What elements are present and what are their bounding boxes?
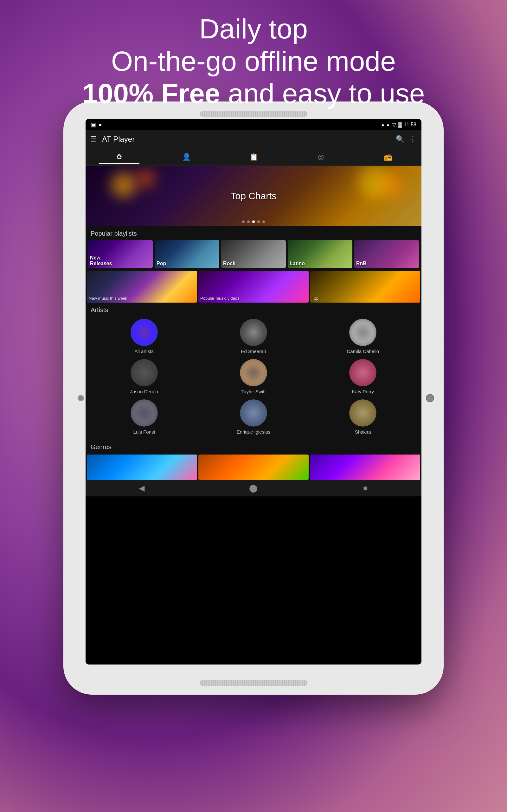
tab-broadcast[interactable]: 📻 bbox=[354, 150, 421, 164]
artist-katy-perry[interactable]: Katy Perry bbox=[311, 359, 415, 394]
playlist-latino-label: Latino bbox=[290, 261, 305, 266]
dot-3[interactable] bbox=[252, 220, 255, 223]
tab-artists[interactable]: 👤 bbox=[153, 150, 220, 164]
video-top[interactable]: Top bbox=[310, 271, 420, 303]
artist-camila-avatar bbox=[349, 319, 377, 346]
artist-taylor-avatar bbox=[240, 359, 267, 386]
tab-artists-icon: 👤 bbox=[182, 153, 191, 161]
tab-playlists[interactable]: 📋 bbox=[220, 150, 287, 164]
signal-bars-icon: ▲▲ bbox=[381, 122, 391, 128]
artist-katy-avatar bbox=[349, 359, 377, 386]
time-display: 11:58 bbox=[404, 122, 416, 128]
artist-jason-name: Jason Derulo bbox=[130, 389, 158, 394]
artist-enrique-avatar bbox=[240, 399, 267, 426]
home-button[interactable]: ⬤ bbox=[244, 484, 263, 493]
wifi-icon: ▽ bbox=[392, 122, 396, 128]
tab-playlists-icon: 📋 bbox=[249, 153, 258, 161]
app-bar-actions: 🔍 ⋮ bbox=[396, 135, 416, 143]
artist-shakira-avatar bbox=[349, 399, 377, 426]
tablet-device: ▣ ● ▲▲ ▽ ▓ 11:58 ☰ AT Player 🔍 ⋮ ♻ bbox=[63, 101, 444, 695]
hero-line3-normal: and easy to use bbox=[228, 78, 425, 109]
popular-playlists-label: Popular playlists bbox=[86, 226, 421, 240]
genre-card-3[interactable] bbox=[310, 455, 420, 480]
artist-all-artists-avatar bbox=[130, 319, 158, 346]
artist-jason-derulo[interactable]: Jason Derulo bbox=[92, 359, 196, 394]
dot-4[interactable] bbox=[257, 220, 260, 223]
status-bar: ▣ ● ▲▲ ▽ ▓ 11:58 bbox=[86, 119, 421, 131]
artist-katy-avatar-bg bbox=[349, 359, 377, 386]
top-charts-banner[interactable]: Top Charts bbox=[86, 166, 421, 226]
artist-camila-cabello[interactable]: Camila Cabello bbox=[311, 319, 415, 354]
artist-camila-avatar-bg bbox=[349, 319, 377, 346]
tab-bar: ♻ 👤 📋 ◎ 📻 bbox=[86, 148, 421, 166]
playlist-rock-label: Rock bbox=[223, 261, 235, 266]
playlists-row: NewReleases Pop Rock Latino RnB bbox=[86, 240, 421, 271]
app-title: AT Player bbox=[102, 135, 391, 144]
playlist-rnb[interactable]: RnB bbox=[354, 240, 419, 268]
speaker-bottom bbox=[200, 680, 307, 686]
artist-ed-sheeran[interactable]: Ed Sheeran bbox=[201, 319, 305, 354]
notification-icon: ▣ bbox=[91, 121, 96, 128]
artist-enrique-avatar-bg bbox=[240, 399, 267, 426]
artist-ed-sheeran-name: Ed Sheeran bbox=[241, 349, 266, 354]
artist-taylor-swift[interactable]: Taylor Swift bbox=[201, 359, 305, 394]
video-top-label: Top bbox=[312, 296, 319, 301]
tab-radio[interactable]: ◎ bbox=[287, 150, 354, 164]
video-new-music[interactable]: New music this week bbox=[87, 271, 197, 303]
artist-katy-name: Katy Perry bbox=[352, 389, 374, 394]
playlist-rock[interactable]: Rock bbox=[221, 240, 286, 268]
hero-line1: Daily top bbox=[0, 13, 507, 45]
video-popular-videos[interactable]: Popular music videos bbox=[199, 271, 308, 303]
artists-grid: All artists Ed Sheeran Camila Cabello bbox=[86, 316, 421, 437]
dot-5[interactable] bbox=[262, 220, 265, 223]
artist-jason-avatar bbox=[130, 359, 158, 386]
recent-button[interactable]: ■ bbox=[356, 484, 375, 493]
status-right: ▲▲ ▽ ▓ 11:58 bbox=[381, 122, 416, 128]
artist-shakira[interactable]: Shakira bbox=[311, 399, 415, 435]
search-icon[interactable]: 🔍 bbox=[396, 135, 404, 143]
artist-taylor-avatar-bg bbox=[240, 359, 267, 386]
signal-icon: ● bbox=[99, 121, 102, 128]
hero-section: Daily top On-the-go offline mode 100% Fr… bbox=[0, 13, 507, 110]
artist-ed-sheeran-avatar-bg bbox=[240, 319, 267, 346]
artist-luis-fonsi[interactable]: Luis Fonsi bbox=[92, 399, 196, 435]
bottom-nav: ◀ ⬤ ■ bbox=[86, 480, 421, 496]
playlist-pop-label: Pop bbox=[157, 261, 166, 266]
banner-title: Top Charts bbox=[230, 191, 276, 201]
genre-card-2[interactable] bbox=[199, 455, 308, 480]
artist-luis-avatar bbox=[130, 399, 158, 426]
artist-luis-avatar-bg bbox=[130, 399, 158, 426]
menu-icon[interactable]: ☰ bbox=[91, 135, 97, 143]
hero-line3: 100% Free and easy to use bbox=[0, 78, 507, 110]
back-button[interactable]: ◀ bbox=[132, 484, 151, 493]
artist-ed-sheeran-avatar bbox=[240, 319, 267, 346]
hero-line3-bold: 100% Free bbox=[82, 78, 220, 109]
video-new-music-label: New music this week bbox=[89, 296, 127, 301]
artist-enrique-iglesias[interactable]: Enrique Iglesias bbox=[201, 399, 305, 435]
tab-broadcast-icon: 📻 bbox=[384, 153, 392, 161]
playlist-new-releases-label: NewReleases bbox=[90, 255, 112, 266]
light-4 bbox=[380, 175, 402, 198]
playlist-latino[interactable]: Latino bbox=[288, 240, 352, 268]
hero-line2: On-the-go offline mode bbox=[0, 45, 507, 78]
video-row: New music this week Popular music videos… bbox=[86, 271, 421, 303]
device-screen: ▣ ● ▲▲ ▽ ▓ 11:58 ☰ AT Player 🔍 ⋮ ♻ bbox=[86, 119, 421, 664]
more-options-icon[interactable]: ⋮ bbox=[409, 135, 416, 143]
front-camera bbox=[78, 395, 84, 401]
genres-section: Genres bbox=[86, 440, 421, 480]
artist-all-artists[interactable]: All artists bbox=[92, 319, 196, 354]
tab-home[interactable]: ♻ bbox=[86, 150, 153, 164]
dot-2[interactable] bbox=[247, 220, 250, 223]
playlist-rnb-label: RnB bbox=[356, 261, 367, 266]
artist-jason-avatar-bg bbox=[130, 359, 158, 386]
content-area: Top Charts Popular playlists NewReleases bbox=[86, 166, 421, 480]
dot-1[interactable] bbox=[242, 220, 245, 223]
genres-label: Genres bbox=[86, 440, 421, 453]
playlist-pop[interactable]: Pop bbox=[155, 240, 219, 268]
status-left: ▣ ● bbox=[91, 121, 102, 128]
tab-home-icon: ♻ bbox=[116, 153, 122, 161]
rear-camera bbox=[426, 394, 434, 402]
genre-card-1[interactable] bbox=[87, 455, 197, 480]
artist-enrique-name: Enrique Iglesias bbox=[237, 429, 271, 435]
playlist-new-releases[interactable]: NewReleases bbox=[88, 240, 153, 268]
